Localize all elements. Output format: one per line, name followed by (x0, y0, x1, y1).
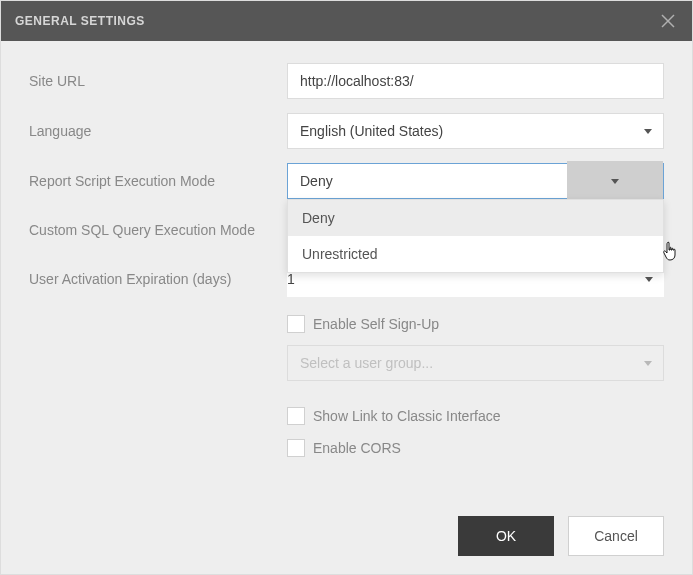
chevron-down-icon[interactable] (567, 161, 663, 201)
show-classic-checkbox[interactable] (287, 407, 305, 425)
language-select[interactable]: English (United States) (287, 113, 664, 149)
dropdown-option-unrestricted[interactable]: Unrestricted (288, 236, 663, 272)
report-mode-select[interactable]: Deny (287, 163, 664, 199)
chevron-down-icon (633, 114, 663, 148)
dropdown-option-deny[interactable]: Deny (288, 200, 663, 236)
enable-signup-label: Enable Self Sign-Up (313, 316, 439, 332)
dialog-footer: OK Cancel (458, 516, 664, 556)
user-group-select[interactable]: Select a user group... (287, 345, 664, 381)
site-url-input[interactable] (287, 63, 664, 99)
chevron-down-icon (633, 346, 663, 380)
close-icon[interactable] (658, 11, 678, 31)
titlebar: GENERAL SETTINGS (1, 1, 692, 41)
enable-cors-checkbox[interactable] (287, 439, 305, 457)
enable-cors-label: Enable CORS (313, 440, 401, 456)
report-mode-label: Report Script Execution Mode (29, 173, 287, 189)
language-value: English (United States) (288, 123, 455, 139)
cursor-hand-icon (662, 241, 680, 263)
enable-signup-checkbox[interactable] (287, 315, 305, 333)
show-classic-label: Show Link to Classic Interface (313, 408, 501, 424)
user-group-placeholder: Select a user group... (288, 355, 445, 371)
sql-mode-label: Custom SQL Query Execution Mode (29, 222, 287, 238)
activation-label: User Activation Expiration (days) (29, 271, 287, 287)
report-mode-value: Deny (288, 173, 345, 189)
dialog-content: Site URL Language English (United States… (1, 41, 692, 469)
dialog-title: GENERAL SETTINGS (15, 14, 145, 28)
general-settings-dialog: GENERAL SETTINGS Site URL Language Engli… (0, 0, 693, 575)
ok-button[interactable]: OK (458, 516, 554, 556)
activation-value: 1 (287, 271, 307, 287)
site-url-label: Site URL (29, 73, 287, 89)
language-label: Language (29, 123, 287, 139)
report-mode-dropdown: Deny Unrestricted (287, 199, 664, 273)
cancel-button[interactable]: Cancel (568, 516, 664, 556)
